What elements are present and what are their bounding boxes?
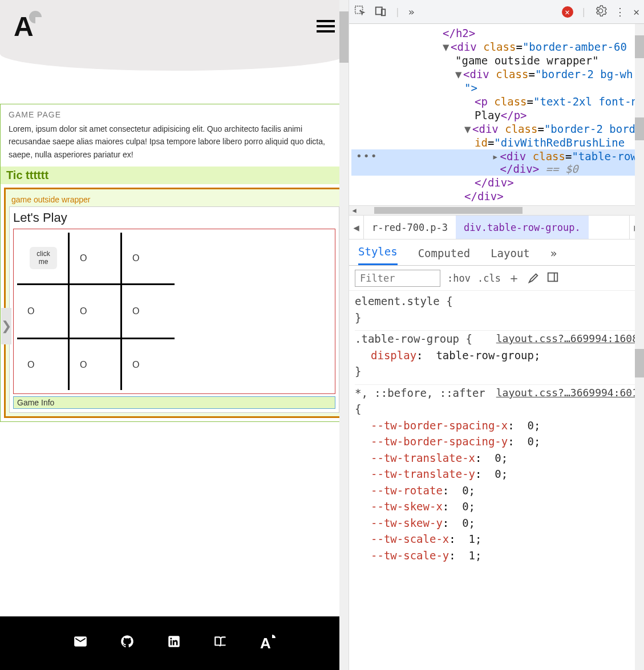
site-header: A xyxy=(0,0,349,52)
tic-title: Tic tttttt xyxy=(1,167,348,184)
dom-line[interactable]: ▼<div class="border-2 bg-wh xyxy=(351,67,644,81)
close-devtools-icon[interactable]: ✕ xyxy=(633,6,639,18)
page-title: GAME PAGE xyxy=(9,110,340,119)
mail-icon[interactable] xyxy=(73,634,88,652)
kebab-menu-icon[interactable]: ⋮ xyxy=(615,6,625,18)
tab-computed[interactable]: Computed xyxy=(418,241,471,265)
source-link[interactable]: layout.css?…669994:1608 xyxy=(496,331,638,346)
play-box: Let's Play click me O O O O O O xyxy=(9,206,339,413)
click-me-button[interactable]: click me xyxy=(30,247,57,269)
content-area: GAME PAGE Lorem, ipsum dolor sit amet co… xyxy=(0,104,349,422)
devtools-scrollbar[interactable] xyxy=(635,24,644,670)
dom-line[interactable]: ▼<div class="border-amber-60 xyxy=(351,40,644,54)
dom-line[interactable]: Play</p> xyxy=(351,108,644,122)
breadcrumb-item-active[interactable]: div.table-row-group. xyxy=(456,216,589,239)
dom-line[interactable]: id="divWithRedBrushLine xyxy=(351,136,644,149)
hov-toggle[interactable]: :hov xyxy=(447,273,471,284)
footer-logo-icon[interactable]: A xyxy=(260,635,276,652)
css-rule[interactable]: layout.css?…3669994:601 *, ::before, ::a… xyxy=(355,385,638,564)
brush-icon[interactable] xyxy=(527,271,540,286)
cell-7[interactable]: O xyxy=(70,338,122,390)
cell-6[interactable]: O xyxy=(17,338,70,390)
hamburger-menu-icon[interactable] xyxy=(317,20,335,33)
breadcrumb-left-icon[interactable]: ◀ xyxy=(349,216,364,239)
dom-line[interactable]: "game outside wrapper" xyxy=(351,54,644,67)
hscroll-thumb[interactable] xyxy=(374,207,523,214)
devtools-toolbar: | » ✕ | ⋮ ✕ xyxy=(349,0,644,24)
devtools-panel: | » ✕ | ⋮ ✕ </h2> ▼<div class="border-am… xyxy=(349,0,644,670)
tictac-board: click me O O O O O O O O xyxy=(17,233,331,390)
preview-scroll-thumb[interactable] xyxy=(339,11,349,63)
devtools-mid-thumb[interactable] xyxy=(635,117,644,140)
side-arrow-button[interactable]: ❯ xyxy=(1,308,11,344)
devtools-styles-thumb[interactable] xyxy=(635,349,644,377)
lorem-text: Lorem, ipsum dolor sit amet consectetur … xyxy=(9,123,340,161)
css-rule[interactable]: element.style { } xyxy=(355,293,638,326)
styles-filter-input[interactable] xyxy=(355,270,440,287)
cell-8[interactable]: O xyxy=(122,338,175,390)
dom-tree[interactable]: </h2> ▼<div class="border-amber-60 "game… xyxy=(349,24,644,205)
breadcrumb: ◀ r-red-700.p-3 div.table-row-group. ▶ xyxy=(349,216,644,239)
linkedin-icon[interactable] xyxy=(167,634,181,652)
red-brush-box: click me O O O O O O O O xyxy=(13,229,335,394)
dom-line[interactable]: ▼<div class="border-2 bord xyxy=(351,122,644,136)
book-icon[interactable] xyxy=(213,634,228,652)
more-tabs-icon[interactable]: » xyxy=(408,6,415,18)
lets-play-heading: Let's Play xyxy=(13,210,335,225)
css-rule[interactable]: layout.css?…669994:1608 .table-row-group… xyxy=(355,331,638,380)
svg-rect-3 xyxy=(548,273,558,281)
dom-line[interactable]: </div> xyxy=(351,176,644,189)
inspect-icon[interactable] xyxy=(354,5,366,19)
styles-toolbar: :hov .cls ＋ xyxy=(349,266,644,291)
ellipsis-icon[interactable]: ••• xyxy=(351,150,378,175)
site-logo[interactable]: A xyxy=(14,11,42,42)
cell-5[interactable]: O xyxy=(122,285,175,338)
error-badge-icon[interactable]: ✕ xyxy=(562,6,573,18)
game-outside-wrapper: game outside wrapper Let's Play click me… xyxy=(4,188,345,418)
cls-toggle[interactable]: .cls xyxy=(477,273,501,284)
dom-line[interactable]: "> xyxy=(351,81,644,95)
wrapper-label: game outside wrapper xyxy=(9,193,339,206)
settings-icon[interactable] xyxy=(594,5,607,19)
dom-line[interactable]: </h2> xyxy=(351,26,644,40)
styles-tabs: Styles Computed Layout » xyxy=(349,239,644,266)
breadcrumb-item[interactable]: r-red-700.p-3 xyxy=(364,216,456,239)
pie-icon xyxy=(29,11,42,23)
github-icon[interactable] xyxy=(120,634,135,652)
preview-scrollbar[interactable] xyxy=(339,0,349,670)
styles-body[interactable]: element.style { } layout.css?…669994:160… xyxy=(349,291,644,670)
dom-line[interactable]: <p class="text-2xl font-n xyxy=(351,95,644,108)
device-toggle-icon[interactable] xyxy=(374,5,387,19)
devtools-top-thumb[interactable] xyxy=(635,35,644,58)
cell-2[interactable]: O xyxy=(122,233,175,285)
new-rule-icon[interactable]: ＋ xyxy=(508,270,520,287)
game-info: Game Info xyxy=(13,396,335,409)
source-link[interactable]: layout.css?…3669994:601 xyxy=(496,385,638,400)
dom-hscroll[interactable]: ◀ ▶ xyxy=(349,205,644,216)
tab-layout[interactable]: Layout xyxy=(491,241,530,265)
tab-styles[interactable]: Styles xyxy=(358,239,398,265)
page-preview: A GAME PAGE Lorem, ipsum dolor sit amet … xyxy=(0,0,349,670)
cell-1[interactable]: O xyxy=(70,233,122,285)
dom-line[interactable]: </div> xyxy=(351,189,644,203)
cell-0[interactable]: click me xyxy=(17,233,70,285)
cell-3[interactable]: O xyxy=(17,285,70,338)
dom-selected-line[interactable]: ••• ▸<div class="table-row- </div> == $0 xyxy=(351,149,644,176)
site-footer: A xyxy=(0,616,349,670)
cell-4[interactable]: O xyxy=(70,285,122,338)
hscroll-left-icon[interactable]: ◀ xyxy=(349,206,359,214)
sidebar-toggle-icon[interactable] xyxy=(546,271,559,286)
tabs-more-icon[interactable]: » xyxy=(550,241,557,265)
